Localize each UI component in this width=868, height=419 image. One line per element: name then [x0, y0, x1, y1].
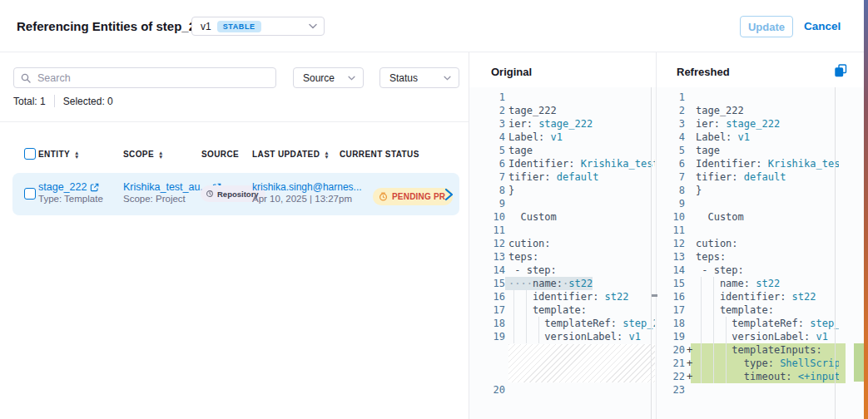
line-number: 4	[657, 131, 685, 144]
added-line-plus: +	[685, 370, 693, 383]
line-text: - step:	[505, 264, 557, 277]
line-text: identifier: st22	[693, 290, 816, 303]
code-line: 9	[469, 197, 655, 210]
code-line: 15 name: st22	[657, 277, 839, 290]
column-header-entity[interactable]: ENTITY ▲▼	[38, 150, 80, 159]
line-text: templateRef: step_222	[505, 317, 655, 330]
updated-at: Apr 10, 2025 | 13:27pm	[252, 194, 352, 204]
refreshed-panel-title: Refreshed	[677, 66, 730, 78]
line-text: timeout: <+input>	[693, 370, 839, 383]
code-line: 5tage	[657, 144, 839, 157]
line-text	[505, 224, 508, 237]
original-code-editor[interactable]: 12tage_2223ier: stage_2224Label: v15tage…	[469, 91, 655, 397]
version-select[interactable]: v1 STABLE	[191, 17, 325, 36]
refreshed-code-editor[interactable]: 12tage_2223ier: stage_2224Label: v15tage…	[657, 91, 839, 397]
column-header-scope[interactable]: SCOPE ▲▼	[123, 150, 164, 159]
code-line: 20	[469, 383, 655, 397]
line-number: 5	[469, 144, 505, 157]
chevron-down-icon	[444, 76, 451, 81]
line-text: tifier: default	[693, 170, 786, 184]
code-line: 3ier: stage_222	[657, 117, 839, 131]
line-number: 9	[657, 197, 685, 210]
code-line: 18 templateRef: step_222	[657, 317, 839, 330]
status-filter-label: Status	[389, 72, 418, 84]
search-box[interactable]	[13, 67, 276, 88]
line-text: cution:	[505, 237, 551, 250]
line-text: cution:	[693, 237, 738, 250]
code-line: 2tage_222	[657, 104, 839, 117]
line-number: 12	[657, 237, 685, 250]
line-number: 6	[469, 157, 505, 170]
line-text: Identifier: Krishika_test_aut	[505, 157, 655, 170]
entity-link[interactable]: stage_222	[38, 181, 99, 193]
source-filter-select[interactable]: Source	[293, 67, 364, 88]
code-line: 5tage	[469, 144, 655, 157]
added-line-plus	[685, 317, 693, 330]
line-number: 16	[469, 290, 505, 303]
code-line: 17 template:	[469, 303, 655, 317]
code-line: 13teps:	[657, 250, 839, 264]
added-line-plus	[685, 144, 693, 157]
line-text: type: ShellScript	[693, 357, 839, 370]
code-line: 3ier: stage_222	[469, 117, 655, 131]
code-line: 7tifier: default	[657, 170, 839, 184]
code-line: 4Label: v1	[469, 131, 655, 144]
line-number: 13	[657, 250, 685, 264]
line-number: 15	[657, 277, 685, 290]
search-input[interactable]	[37, 72, 269, 84]
line-number: 20	[657, 343, 685, 357]
column-header-last-updated[interactable]: LAST UPDATED ▲▼	[252, 150, 330, 159]
line-text: Identifier: Krishika_test_aut	[693, 157, 839, 170]
diff-overview-marker	[652, 294, 657, 297]
line-text: tage_222	[693, 104, 744, 117]
added-line-plus	[685, 277, 693, 290]
sort-icon[interactable]: ▲▼	[74, 150, 80, 159]
copy-icon[interactable]	[835, 64, 848, 77]
added-line-plus	[685, 290, 693, 303]
added-line-plus	[685, 157, 693, 170]
line-text: - step:	[693, 264, 744, 277]
line-text: tage	[505, 144, 533, 157]
chevron-down-icon	[309, 23, 317, 29]
page-title: Referencing Entities of step_222	[17, 19, 210, 33]
diff-gap-hatch	[508, 344, 655, 382]
toolbar-divider	[0, 121, 469, 122]
column-header-current-status: CURRENT STATUS	[340, 150, 419, 159]
line-number: 7	[657, 170, 685, 184]
line-number: 20	[469, 383, 505, 397]
row-expand-chevron-right-icon[interactable]	[442, 187, 455, 202]
code-line: 14 - step:	[469, 264, 655, 277]
status-filter-select[interactable]: Status	[379, 67, 459, 88]
original-panel-title: Original	[491, 66, 532, 78]
sort-icon[interactable]: ▲▼	[324, 150, 330, 159]
refreshed-editor-boundary	[835, 87, 836, 419]
line-text: }	[505, 184, 514, 197]
cancel-button[interactable]: Cancel	[804, 20, 841, 32]
line-number: 3	[657, 117, 685, 131]
line-text: tage	[693, 144, 720, 157]
code-line: 11	[469, 224, 655, 237]
line-number: 5	[657, 144, 685, 157]
code-line: 8}	[657, 184, 839, 197]
code-line: 20+ templateInputs:	[657, 343, 839, 357]
code-line: 12cution:	[469, 237, 655, 250]
added-line-plus	[685, 210, 693, 224]
line-text: Custom	[505, 210, 557, 224]
added-line-plus: +	[685, 343, 693, 357]
code-line: 21+ type: ShellScript	[657, 357, 839, 370]
added-lines-overview-marker[interactable]	[854, 343, 864, 382]
line-text: Label: v1	[505, 131, 563, 144]
row-checkbox[interactable]	[24, 188, 36, 200]
added-line-plus	[685, 197, 693, 210]
update-button[interactable]: Update	[740, 16, 793, 37]
updated-by[interactable]: krishika.singh@harnes...	[252, 181, 362, 193]
code-line: 16 identifier: st22	[657, 290, 839, 303]
line-number: 2	[657, 104, 685, 117]
code-line: 2tage_222	[469, 104, 655, 117]
sort-icon[interactable]: ▲▼	[158, 150, 164, 159]
total-count: Total: 1	[13, 96, 46, 107]
code-line: 13teps:	[469, 250, 655, 264]
line-number: 12	[469, 237, 505, 250]
line-text: template:	[693, 303, 774, 317]
select-all-checkbox[interactable]	[24, 148, 36, 160]
